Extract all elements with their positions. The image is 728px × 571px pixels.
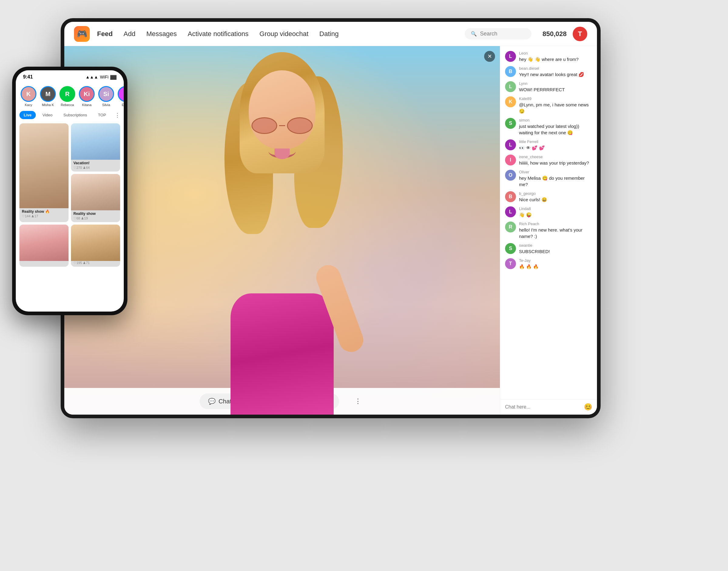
feed-card-card1[interactable]: Reality show 🔥 ♡144 ♟17: [19, 123, 69, 222]
search-icon: 🔍: [471, 31, 477, 37]
glass-right: [287, 117, 313, 134]
story-item[interactable]: E Erica: [118, 86, 124, 107]
msg-content: irene_cheese hiiiiii, how was your trip …: [519, 154, 592, 166]
chat-message: O Oliver hey Melisa 😋 do you remember me…: [505, 170, 592, 188]
story-item[interactable]: M Misha K: [40, 86, 56, 107]
msg-avatar: L: [505, 81, 516, 92]
feed-card-label: Vacation!: [71, 160, 120, 166]
msg-avatar: B: [505, 66, 516, 77]
story-item[interactable]: Ki Kitana: [79, 86, 95, 107]
story-name: Rebecca: [61, 103, 74, 107]
msg-username: Leon: [519, 51, 592, 55]
phone-tab-top[interactable]: TOP: [94, 111, 110, 119]
story-name: Kacy: [25, 103, 32, 107]
chat-message: L little Ferrell 👀 👁 💕 💕: [505, 139, 592, 151]
chat-message: B b_georgo Nice curls! 😄: [505, 191, 592, 203]
feed-card-card2[interactable]: Vacation! ♡270 ♟64: [71, 123, 120, 172]
glass-left: [252, 117, 277, 134]
chat-input-area: 😊: [500, 399, 597, 415]
nav-add[interactable]: Add: [123, 30, 135, 38]
msg-avatar: L: [505, 51, 516, 62]
story-item[interactable]: K Kacy: [21, 86, 36, 107]
phone-tab-video[interactable]: Video: [38, 111, 57, 119]
feed-card-image: [71, 174, 120, 210]
chat-input[interactable]: [505, 404, 581, 410]
chat-message: S simon just watched your latest vlog)) …: [505, 118, 592, 136]
phone-tab-live[interactable]: Live: [19, 111, 36, 119]
story-item[interactable]: R Rebecca: [60, 86, 75, 107]
video-area: ✕ 💬 Chat 📞 Call 🎁 Gift ⋮: [64, 46, 500, 415]
chat-icon: 💬: [208, 397, 216, 405]
chat-message: B bean.diesel Yey!! new avatar! looks gr…: [505, 66, 592, 78]
nav-dating[interactable]: Dating: [320, 30, 339, 38]
msg-content: Lynn WOW! PERRRRFECT: [519, 81, 592, 93]
tablet-topbar: 🎮 Feed Add Messages Activate notificatio…: [64, 22, 597, 46]
msg-avatar: L: [505, 206, 516, 217]
feed-card-stats: ♡195 ♟71: [71, 261, 120, 267]
msg-text: hiiiiii, how was your trip yesterday?: [519, 160, 592, 166]
chat-message: L Linda8 👋 😜: [505, 206, 592, 218]
msg-username: b_georgo: [519, 191, 592, 196]
msg-avatar: S: [505, 118, 516, 129]
feed-card-image: [71, 225, 120, 261]
user-avatar-button[interactable]: T: [573, 27, 587, 41]
nav-notifications[interactable]: Activate notifications: [188, 30, 249, 38]
msg-content: Oliver hey Melisa 😋 do you remember me?: [519, 170, 592, 188]
msg-content: Te-Jay 🔥 🔥 🔥: [519, 258, 592, 270]
msg-content: Kate89 @Lynn, pm me, i have some news 😏: [519, 96, 592, 114]
glass-bridge: [279, 125, 285, 126]
more-options-button[interactable]: ⋮: [351, 394, 365, 408]
close-button[interactable]: ✕: [484, 51, 495, 62]
wifi-icon: WiFi: [100, 75, 109, 80]
msg-text: hello! I'm new here. what's your name? :…: [519, 227, 592, 239]
msg-text: Yey!! new avatar! looks great 💋: [519, 71, 592, 78]
story-avatar: K: [21, 86, 36, 102]
chat-panel: L Leon hey 👋 👋 where are u from? B bean.…: [500, 46, 597, 415]
phone-screen: 9:41 ▲▲▲ WiFi ▓▓ K Kacy M Misha K R Rebe…: [16, 70, 124, 312]
msg-avatar: I: [505, 154, 516, 165]
msg-text: 👀 👁 💕 💕: [519, 144, 592, 151]
phone-tab-more[interactable]: ⋮: [115, 111, 120, 119]
msg-username: Te-Jay: [519, 258, 592, 263]
tablet-main: ✕ 💬 Chat 📞 Call 🎁 Gift ⋮: [64, 46, 597, 415]
chat-message: S swantie SUBSCRIBED!: [505, 243, 592, 255]
phone-tab-subscriptions[interactable]: Subscriptions: [59, 111, 91, 119]
phone-tabs: LiveVideoSubscriptionsTOP⋮: [16, 109, 124, 121]
msg-content: simon just watched your latest vlog)) wa…: [519, 118, 592, 136]
msg-text: 🔥 🔥 🔥: [519, 263, 592, 270]
feed-card-card4[interactable]: [19, 225, 69, 267]
feed-card-image: [19, 225, 69, 261]
feed-card-label: Reality show: [71, 210, 120, 216]
story-avatar: M: [40, 86, 56, 102]
msg-username: Kate89: [519, 96, 592, 101]
nav-feed[interactable]: Feed: [97, 30, 112, 38]
msg-text: 👋 😜: [519, 212, 592, 218]
chat-message: K Kate89 @Lynn, pm me, i have some news …: [505, 96, 592, 114]
feed-card-image: [71, 123, 120, 160]
feed-card-card5[interactable]: ♡195 ♟71: [71, 225, 120, 267]
feed-card-card3[interactable]: Reality show ♡68 ♟19: [71, 174, 120, 222]
msg-avatar: T: [505, 258, 516, 269]
chat-messages-list: L Leon hey 👋 👋 where are u from? B bean.…: [500, 46, 597, 399]
msg-avatar: K: [505, 96, 516, 107]
emoji-button[interactable]: 😊: [584, 403, 592, 411]
msg-content: Rich Peach hello! I'm new here. what's y…: [519, 222, 592, 239]
msg-username: little Ferrell: [519, 139, 592, 144]
msg-content: bean.diesel Yey!! new avatar! looks grea…: [519, 66, 592, 78]
nav-messages[interactable]: Messages: [147, 30, 177, 38]
clothing: [231, 294, 334, 415]
story-avatar: Ki: [79, 86, 95, 102]
search-bar[interactable]: 🔍: [465, 28, 531, 39]
tongue: [275, 148, 290, 159]
search-input[interactable]: [480, 31, 550, 37]
main-nav: Feed Add Messages Activate notifications…: [97, 30, 465, 38]
story-name: Erica: [122, 103, 124, 107]
tablet-device: 🎮 Feed Add Messages Activate notificatio…: [61, 18, 601, 418]
app-logo[interactable]: 🎮: [74, 26, 90, 42]
nav-group-videochat[interactable]: Group videochat: [259, 30, 308, 38]
msg-content: swantie SUBSCRIBED!: [519, 243, 592, 255]
phone-status-bar: 9:41 ▲▲▲ WiFi ▓▓: [16, 70, 124, 84]
msg-text: SUBSCRIBED!: [519, 248, 592, 255]
msg-username: Rich Peach: [519, 222, 592, 226]
story-item[interactable]: Si Silvia: [98, 86, 114, 107]
